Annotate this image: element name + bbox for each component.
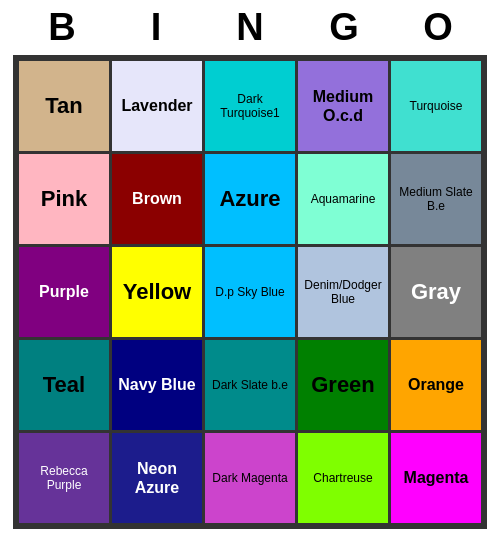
- bingo-cell-3: Medium O.c.d: [298, 61, 388, 151]
- bingo-letter: G: [303, 6, 385, 49]
- bingo-cell-16: Navy Blue: [112, 340, 202, 430]
- bingo-letter: O: [397, 6, 479, 49]
- bingo-cell-24: Magenta: [391, 433, 481, 523]
- bingo-letter: I: [115, 6, 197, 49]
- bingo-cell-10: Purple: [19, 247, 109, 337]
- bingo-cell-5: Pink: [19, 154, 109, 244]
- bingo-grid: TanLavenderDark Turquoise1Medium O.c.dTu…: [13, 55, 487, 529]
- bingo-cell-1: Lavender: [112, 61, 202, 151]
- bingo-cell-17: Dark Slate b.e: [205, 340, 295, 430]
- bingo-cell-0: Tan: [19, 61, 109, 151]
- bingo-cell-23: Chartreuse: [298, 433, 388, 523]
- bingo-cell-2: Dark Turquoise1: [205, 61, 295, 151]
- bingo-letter: B: [21, 6, 103, 49]
- bingo-cell-14: Gray: [391, 247, 481, 337]
- bingo-cell-19: Orange: [391, 340, 481, 430]
- bingo-cell-15: Teal: [19, 340, 109, 430]
- bingo-cell-6: Brown: [112, 154, 202, 244]
- bingo-cell-9: Medium Slate B.e: [391, 154, 481, 244]
- bingo-header: BINGO: [15, 0, 485, 55]
- bingo-letter: N: [209, 6, 291, 49]
- bingo-cell-20: Rebecca Purple: [19, 433, 109, 523]
- bingo-cell-8: Aquamarine: [298, 154, 388, 244]
- bingo-cell-12: D.p Sky Blue: [205, 247, 295, 337]
- bingo-cell-13: Denim/Dodger Blue: [298, 247, 388, 337]
- bingo-cell-21: Neon Azure: [112, 433, 202, 523]
- bingo-cell-22: Dark Magenta: [205, 433, 295, 523]
- bingo-cell-4: Turquoise: [391, 61, 481, 151]
- bingo-cell-11: Yellow: [112, 247, 202, 337]
- bingo-cell-7: Azure: [205, 154, 295, 244]
- bingo-cell-18: Green: [298, 340, 388, 430]
